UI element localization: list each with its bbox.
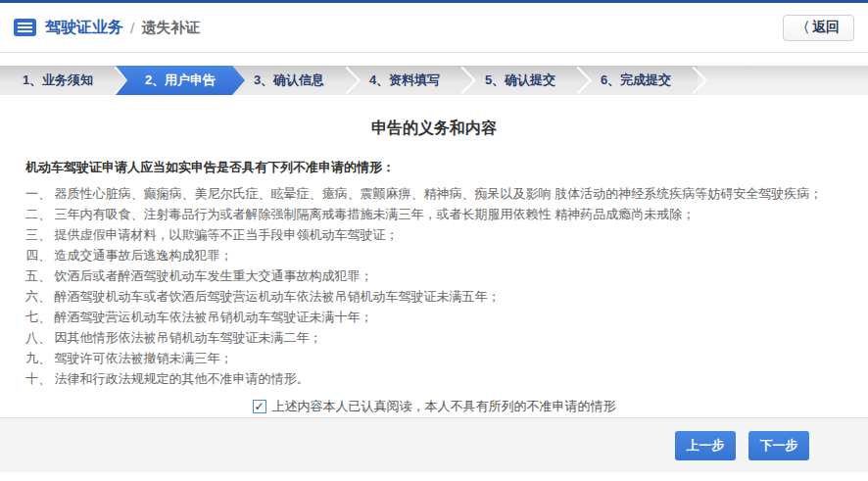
page-title: 驾驶证业务 [45, 18, 123, 38]
rule-item-5: 五、 饮酒后或者醉酒驾驶机动车发生重大交通事故构成犯罪； [25, 265, 843, 286]
breadcrumb-current: 遗失补证 [141, 19, 200, 37]
step-label: 5、确认提交 [485, 72, 555, 87]
step-2-user-declaration[interactable]: 2、用户申告 [116, 66, 245, 95]
rule-list: 一、 器质性心脏病、癫痫病、美尼尔氏症、眩晕症、癔病、震颤麻痹、精神病、痴呆以及… [25, 183, 843, 389]
agreement-label: 上述内容本人已认真阅读，本人不具有所列的不准申请的情形 [272, 398, 616, 415]
rule-item-7: 七、 醉酒驾驶营运机动车依法被吊销机动车驾驶证未满十年； [25, 307, 843, 327]
agreement-checkbox[interactable]: ✓ [253, 400, 266, 413]
rule-item-10: 十、 法律和行政法规规定的其他不准申请的情形。 [25, 368, 843, 389]
step-label: 1、业务须知 [23, 72, 93, 87]
agreement-row: ✓ 上述内容本人已认真阅读，本人不具有所列的不准申请的情形 [25, 398, 843, 415]
step-label: 2、用户申告 [145, 72, 216, 87]
bottom-strip [0, 472, 868, 479]
step-6-complete-submit[interactable]: 6、完成提交 [578, 66, 694, 95]
back-button[interactable]: 〈 返回 [783, 15, 854, 41]
rule-item-9: 九、 驾驶许可依法被撤销未满三年； [25, 348, 843, 368]
back-button-label: 返回 [812, 19, 840, 36]
step-3-confirm-info[interactable]: 3、确认信息 [231, 66, 347, 95]
breadcrumb-separator: / [130, 20, 134, 36]
declaration-intro: 机动车驾驶证申请人应当如实申告是否具有下列不准申请的情形： [25, 159, 843, 176]
rule-item-2: 二、 三年内有吸食、注射毒品行为或者解除强制隔离戒毒措施未满三年，或者长期服用依… [25, 204, 843, 224]
step-1-business-notice[interactable]: 1、业务须知 [0, 66, 116, 95]
step-4-fill-materials[interactable]: 4、资料填写 [347, 66, 462, 95]
step-label: 4、资料填写 [369, 72, 440, 87]
rule-item-4: 四、 造成交通事故后逃逸构成犯罪； [25, 245, 843, 265]
content-title: 申告的义务和内容 [25, 95, 843, 139]
step-label: 6、完成提交 [601, 72, 671, 87]
steps-region: 1、业务须知 2、用户申告 3、确认信息 4、资料填写 5、确认提交 6、完成提… [0, 66, 698, 95]
step-progress-bar: 1、业务须知 2、用户申告 3、确认信息 4、资料填写 5、确认提交 6、完成提… [0, 66, 868, 95]
step-5-confirm-submit[interactable]: 5、确认提交 [462, 66, 578, 95]
previous-step-button[interactable]: 上一步 [675, 431, 736, 460]
page-header: 驾驶证业务 / 遗失补证 〈 返回 [0, 3, 868, 53]
next-step-button[interactable]: 下一步 [748, 431, 809, 460]
back-chevron-icon: 〈 [797, 18, 809, 37]
rule-item-6: 六、 醉酒驾驶机动车或者饮酒后驾驶营运机动车依法被吊销机动车驾驶证未满五年； [25, 286, 843, 307]
stepbar-tail [698, 66, 868, 95]
declaration-content: 申告的义务和内容 机动车驾驶证申请人应当如实申告是否具有下列不准申请的情形： 一… [0, 95, 868, 417]
rule-item-1: 一、 器质性心脏病、癫痫病、美尼尔氏症、眩晕症、癔病、震颤麻痹、精神病、痴呆以及… [25, 183, 843, 204]
rule-item-8: 八、 因其他情形依法被吊销机动车驾驶证未满二年； [25, 327, 843, 348]
rule-item-3: 三、 提供虚假申请材料，以欺骗等不正当手段申领机动车驾驶证； [25, 224, 843, 245]
footer-action-bar: 上一步 下一步 [0, 417, 868, 472]
license-card-icon [14, 19, 36, 36]
step-label: 3、确认信息 [254, 72, 324, 87]
